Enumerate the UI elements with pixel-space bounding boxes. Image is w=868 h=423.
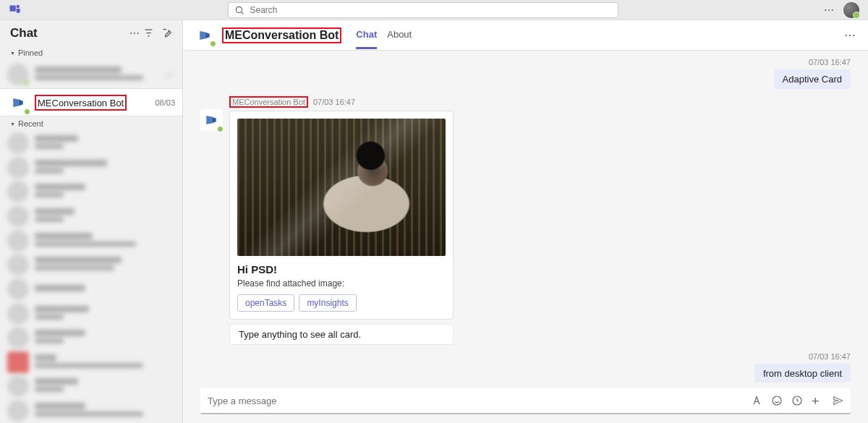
chat-item-blurred <box>0 325 182 350</box>
format-icon[interactable] <box>751 395 762 406</box>
annotation-highlight: MEConversation Bot <box>222 27 341 43</box>
chat-main: MEConversation Bot Chat About ⋯ 07/03 16… <box>183 20 868 423</box>
chat-item-date: 08/03 <box>155 98 175 107</box>
send-icon[interactable] <box>832 395 843 406</box>
search-input[interactable] <box>250 5 612 15</box>
section-pinned[interactable]: Pinned <box>0 46 182 60</box>
card-action-opentasks[interactable]: openTasks <box>237 294 294 312</box>
top-bar: ⋯ <box>0 0 868 20</box>
compose-input[interactable] <box>208 396 751 406</box>
bot-avatar-icon <box>200 109 222 131</box>
chat-item-blurred <box>0 131 182 155</box>
chat-sidebar: Chat ⋯ Pinned ··/·· MEConversation Bot <box>0 20 183 423</box>
attach-icon[interactable]: + <box>812 395 823 406</box>
chat-header: MEConversation Bot Chat About ⋯ <box>183 20 868 51</box>
message-bubble: from desktop client <box>754 364 851 383</box>
compose-box[interactable]: + <box>200 388 851 414</box>
message-sender: MEConversation Bot <box>232 98 305 106</box>
message-bubble: Adaptive Card <box>774 69 851 89</box>
message-sent: 07/03 16:47 from desktop client <box>200 352 851 383</box>
message-sent: 07/03 16:47 Adaptive Card <box>200 58 851 89</box>
chat-item-blurred <box>0 228 182 253</box>
message-list: 07/03 16:47 Adaptive Card MEConversation… <box>183 51 868 383</box>
section-recent[interactable]: Recent <box>0 116 182 131</box>
chat-item-meconversation-bot[interactable]: MEConversation Bot 08/03 <box>0 88 182 116</box>
search-icon <box>234 5 244 15</box>
card-image <box>237 119 446 256</box>
bot-avatar-icon <box>195 25 215 46</box>
message-timestamp: 07/03 16:47 <box>809 352 851 361</box>
sidebar-title: Chat <box>10 26 129 40</box>
svg-point-1 <box>17 4 20 8</box>
card-action-myinsights[interactable]: myInsights <box>299 294 356 312</box>
annotation-highlight: MEConversation Bot <box>229 96 308 108</box>
chat-header-title: MEConversation Bot <box>225 29 339 42</box>
chat-item-blurred <box>0 179 182 204</box>
adaptive-card: Hi PSD! Please find attached image: open… <box>229 111 454 320</box>
chat-item-blurred <box>0 375 182 399</box>
svg-line-3 <box>241 12 243 14</box>
svg-rect-0 <box>10 5 16 11</box>
card-title: Hi PSD! <box>237 263 446 275</box>
chat-item-title: MEConversation Bot <box>38 98 124 108</box>
new-chat-icon[interactable] <box>161 27 172 38</box>
message-timestamp: 07/03 16:47 <box>313 98 355 106</box>
message-received-group: MEConversation Bot 07/03 16:47 Hi PSD! P… <box>200 96 851 345</box>
gif-icon[interactable] <box>791 395 803 406</box>
emoji-icon[interactable] <box>771 395 783 406</box>
tab-about[interactable]: About <box>387 22 412 48</box>
message-bubble: Type anything to see all card. <box>229 324 454 345</box>
svg-point-4 <box>773 396 781 405</box>
chat-item-blurred <box>0 204 182 228</box>
global-search[interactable] <box>228 2 618 18</box>
annotation-highlight: MEConversation Bot <box>35 95 127 111</box>
chat-item-blurred <box>0 302 182 326</box>
bot-avatar-icon <box>7 92 29 114</box>
card-body: Please find attached image: <box>237 278 446 289</box>
chat-item-blurred <box>0 252 182 277</box>
chat-item-blurred <box>0 155 182 180</box>
chat-item-blurred <box>0 398 182 423</box>
composer: + <box>183 383 868 423</box>
current-user-avatar[interactable] <box>843 2 859 18</box>
chat-item-blurred <box>0 277 182 302</box>
svg-point-2 <box>236 7 242 12</box>
sidebar-more-icon[interactable]: ⋯ <box>129 27 140 39</box>
tab-chat[interactable]: Chat <box>356 22 377 49</box>
message-timestamp: 07/03 16:47 <box>809 58 851 67</box>
top-more-icon[interactable]: ⋯ <box>824 4 835 16</box>
chat-item-blurred <box>0 350 182 375</box>
chat-item-blurred: ··/·· <box>0 60 182 88</box>
chat-header-more-icon[interactable]: ⋯ <box>844 28 856 42</box>
teams-app-icon <box>9 2 22 18</box>
filter-icon[interactable] <box>143 27 154 38</box>
